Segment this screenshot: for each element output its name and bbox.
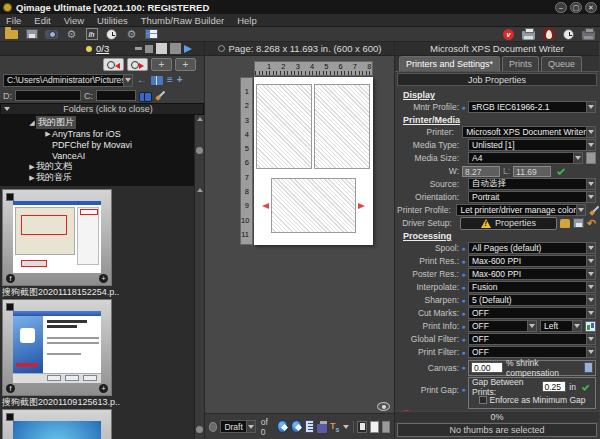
- page-preview-area[interactable]: 12 34 56 78 12 34 56 78 910 11: [205, 56, 394, 413]
- tree-item-documents[interactable]: ▶ 我的文档: [0, 161, 204, 172]
- global-filter-select[interactable]: OFF: [468, 333, 596, 345]
- menu-edit[interactable]: Edit: [34, 15, 50, 26]
- hot-folder-flame-icon[interactable]: [541, 28, 556, 41]
- tree-item-music[interactable]: ▶ 我的音乐: [0, 172, 204, 183]
- spool-select[interactable]: All Pages (default): [468, 242, 596, 254]
- thumb-checkbox[interactable]: [6, 413, 14, 421]
- poster-res-select[interactable]: Max-600 PPI: [468, 268, 596, 280]
- tools-gear-icon[interactable]: ⚙: [64, 28, 79, 41]
- menu-help[interactable]: Help: [237, 15, 257, 26]
- eye-preview-icon[interactable]: [377, 402, 390, 411]
- chevron-down-icon[interactable]: [586, 282, 595, 292]
- new-page-icon[interactable]: [370, 421, 378, 433]
- menu-file[interactable]: File: [6, 15, 21, 26]
- thumb-checkbox[interactable]: [6, 193, 14, 201]
- chevron-down-icon[interactable]: [586, 243, 595, 253]
- cut-marks-select[interactable]: OFF: [468, 307, 596, 319]
- expanded-icon[interactable]: ◢: [28, 119, 36, 127]
- history-clock-icon[interactable]: [104, 28, 119, 41]
- chevron-down-icon[interactable]: [586, 269, 595, 279]
- menu-view[interactable]: View: [64, 15, 84, 26]
- undo-icon[interactable]: ↶: [587, 218, 596, 228]
- chevron-down-icon[interactable]: [586, 256, 595, 266]
- page-setup-icon[interactable]: [357, 421, 367, 433]
- chevron-down-icon[interactable]: [586, 192, 595, 202]
- chevron-down-icon[interactable]: [586, 347, 595, 357]
- import-settings-icon[interactable]: [560, 219, 570, 228]
- print-placeholder-1[interactable]: [256, 84, 312, 169]
- next-page-button[interactable]: [291, 420, 302, 433]
- save-icon[interactable]: [24, 28, 39, 41]
- minimize-button[interactable]: –: [555, 2, 567, 13]
- chevron-down-icon[interactable]: [343, 425, 349, 429]
- thumb-filter-icon[interactable]: [6, 274, 15, 283]
- enforce-min-gap-checkbox[interactable]: [479, 396, 487, 404]
- thumb-size-small-icon[interactable]: [135, 47, 142, 50]
- thumbnail-3[interactable]: [2, 409, 112, 439]
- driver-properties-button[interactable]: Properties: [460, 217, 558, 230]
- filter-d-input[interactable]: [15, 90, 81, 101]
- text-size-icon[interactable]: Ts: [330, 421, 339, 433]
- catalog-book-icon[interactable]: [151, 76, 163, 85]
- interpolate-select[interactable]: Fusion: [468, 281, 596, 293]
- chevron-down-icon[interactable]: [586, 140, 595, 150]
- tree-item-pictures[interactable]: ◢ 我的图片: [0, 117, 204, 128]
- tab-prints[interactable]: Prints: [502, 56, 539, 71]
- tab-queue[interactable]: Queue: [541, 56, 582, 71]
- chevron-down-icon[interactable]: [527, 321, 536, 331]
- zoom-in-button[interactable]: [127, 58, 148, 71]
- quality-radio-icon[interactable]: [209, 422, 217, 432]
- thumb-add-icon[interactable]: [99, 384, 108, 393]
- thumb-add-icon[interactable]: [99, 274, 108, 283]
- tree-item-vanceai[interactable]: VanceAI: [0, 150, 204, 161]
- selected-count[interactable]: 0/3: [96, 43, 109, 54]
- add-left-button[interactable]: [151, 58, 172, 71]
- collapsed-icon[interactable]: ▶: [28, 163, 36, 171]
- mntr-profile-select[interactable]: sRGB IEC61966-2.1: [468, 101, 596, 113]
- print-res-select[interactable]: Max-600 PPI: [468, 255, 596, 267]
- chevron-down-icon[interactable]: [586, 295, 595, 305]
- tree-item-pdfchef[interactable]: PDFChef by Movavi: [0, 139, 204, 150]
- schedule-clock-icon[interactable]: [561, 28, 576, 41]
- chevron-down-icon[interactable]: [123, 75, 132, 86]
- print-placeholder-3[interactable]: [271, 178, 356, 233]
- menu-utilities[interactable]: Utilities: [97, 15, 128, 26]
- save-settings-icon[interactable]: [573, 218, 584, 228]
- chevron-down-icon[interactable]: [572, 321, 581, 331]
- source-select[interactable]: 自动选择: [468, 178, 596, 190]
- duplicate-page-icon[interactable]: [382, 421, 390, 433]
- chevron-down-icon[interactable]: [586, 334, 595, 344]
- length-input[interactable]: 11.69: [513, 166, 551, 177]
- thumbnail-1[interactable]: [2, 189, 112, 286]
- chevron-down-icon[interactable]: [246, 421, 255, 432]
- tab-printers-and-settings[interactable]: Printers and Settings*: [399, 56, 500, 71]
- chevron-down-icon[interactable]: [586, 102, 595, 112]
- page-list-icon[interactable]: [305, 420, 314, 433]
- print-placeholder-2[interactable]: [314, 84, 370, 169]
- chevron-down-icon[interactable]: [576, 205, 585, 215]
- custom-size-icon[interactable]: [586, 152, 596, 164]
- width-input[interactable]: 8.27: [462, 166, 500, 177]
- info-style-icon[interactable]: [585, 321, 596, 332]
- print-icon[interactable]: [521, 28, 536, 41]
- layout-table-icon[interactable]: [144, 28, 159, 41]
- thumbs-scrollbar[interactable]: [194, 186, 204, 439]
- print-info-select[interactable]: OFF: [468, 320, 537, 332]
- zoom-out-button[interactable]: [103, 58, 124, 71]
- orientation-select[interactable]: Portrait: [468, 191, 596, 203]
- thumb-size-large-icon[interactable]: [156, 43, 167, 54]
- print-page-icon[interactable]: [317, 424, 327, 433]
- print-info-position-select[interactable]: Left: [540, 320, 582, 332]
- thumb-checkbox[interactable]: [6, 303, 14, 311]
- add-folder-icon[interactable]: +: [177, 75, 183, 85]
- media-size-select[interactable]: A4: [468, 152, 583, 164]
- page-canvas[interactable]: [254, 77, 373, 245]
- add-right-button[interactable]: [175, 58, 196, 71]
- chevron-down-icon[interactable]: [573, 153, 582, 163]
- back-arrow-icon[interactable]: ←: [137, 75, 147, 85]
- open-folder-icon[interactable]: [4, 28, 19, 41]
- thumb-size-xlarge-icon[interactable]: [170, 43, 181, 54]
- thumb-filter-icon[interactable]: [6, 384, 15, 393]
- canvas-note-icon[interactable]: [584, 362, 593, 373]
- chevron-down-icon[interactable]: [586, 127, 595, 137]
